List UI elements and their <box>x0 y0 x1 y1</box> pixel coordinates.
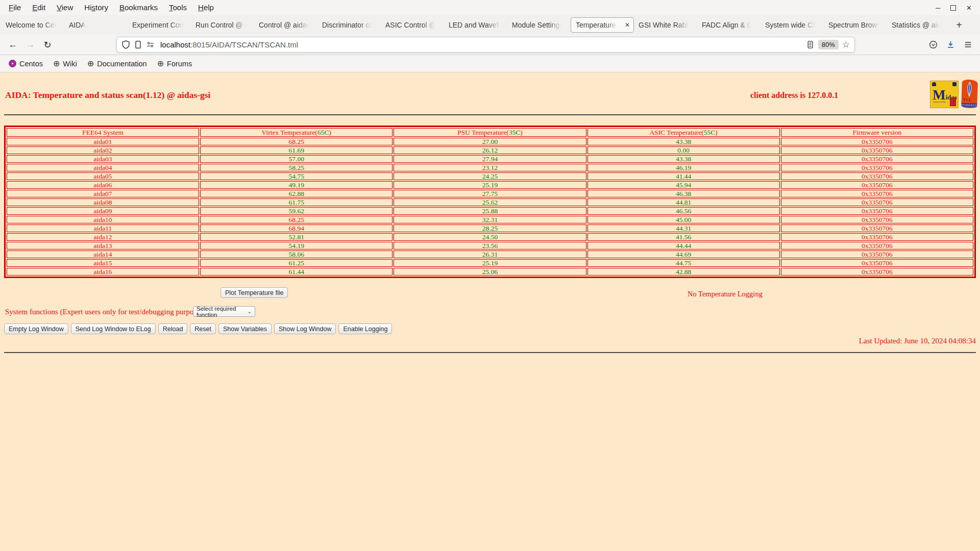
bookmark-documentation[interactable]: ⊕Documentation <box>84 58 151 69</box>
table-cell: 0x3350706 <box>781 164 973 171</box>
page-content: AIDA: Temperature and status scan(1.12) … <box>0 72 980 551</box>
menu-item-file[interactable]: File <box>3 2 27 13</box>
tab-fadc-align-c[interactable]: FADC Align & C <box>697 17 761 33</box>
table-row: aida0168.2527.0043.380x3350706 <box>7 138 973 145</box>
tab-label: GSI White Rabb <box>639 21 690 29</box>
function-select[interactable]: Select required function ⌄ <box>193 306 255 317</box>
table-cell: 49.19 <box>200 181 393 189</box>
maximize-button[interactable] <box>950 5 956 11</box>
tabbar: Welcome to CenAIDAExperiment ContRun Con… <box>0 15 980 35</box>
table-cell: 25.62 <box>394 198 586 206</box>
header-text: ) <box>329 129 331 136</box>
show-log-window-button[interactable]: Show Log Window <box>274 323 336 334</box>
table-cell: 24.25 <box>394 172 586 180</box>
menu-item-view[interactable]: View <box>51 2 79 13</box>
menu-item-tools[interactable]: Tools <box>163 2 192 13</box>
table-cell: 25.88 <box>394 207 586 215</box>
tab-label: Statistics @ aid <box>892 21 941 29</box>
temp-table-header-row: FEE64 SystemVirtex Temperature(65C)PSU T… <box>7 128 973 137</box>
tab-module-settings[interactable]: Module Settings <box>507 17 571 33</box>
site-permissions-icon[interactable] <box>146 40 155 49</box>
table-cell: 0x3350706 <box>781 259 973 267</box>
reload-button[interactable]: Reload <box>158 323 188 334</box>
midas-powered-by-text: powered by <box>934 101 945 103</box>
reload-button[interactable]: ↻ <box>39 39 56 51</box>
header-text: ) <box>520 129 523 136</box>
enable-logging-button[interactable]: Enable Logging <box>338 323 392 334</box>
table-cell: 46.56 <box>587 207 780 215</box>
tab-run-control-a[interactable]: Run Control @ a <box>191 17 254 33</box>
table-cell: aida11 <box>7 224 199 232</box>
table-cell: 0x3350706 <box>781 207 973 215</box>
table-cell: 28.25 <box>394 224 586 232</box>
show-variables-button[interactable]: Show Variables <box>218 323 272 334</box>
midas-logo[interactable]: Midas powered by ∫ <box>930 81 959 108</box>
table-cell: 44.69 <box>587 251 780 258</box>
tab-aida[interactable]: AIDA <box>64 17 128 33</box>
tab-discriminator-co[interactable]: Discriminator co <box>317 17 381 33</box>
tab-asic-control[interactable]: ASIC Control @ <box>381 17 444 33</box>
new-tab-button[interactable]: + <box>950 19 968 31</box>
tab-statistics-aid[interactable]: Statistics @ aid <box>887 17 950 33</box>
tab-label: Discriminator co <box>322 21 373 29</box>
page-icon[interactable] <box>134 40 142 49</box>
tab-close-icon[interactable]: ✕ <box>625 21 630 29</box>
header-text: ) <box>715 129 718 136</box>
tab-system-wide-ch[interactable]: System wide Ch <box>761 17 824 33</box>
column-header: ASIC Temperature(55C) <box>587 128 780 137</box>
midas-logo-ornament <box>952 82 957 86</box>
menu-item-bookmarks[interactable]: Bookmarks <box>114 2 163 13</box>
bookmark-centos[interactable]: Centos <box>5 58 46 69</box>
tab-gsi-white-rabb[interactable]: GSI White Rabb <box>634 17 697 33</box>
tab-strip: Welcome to CenAIDAExperiment ContRun Con… <box>1 15 950 35</box>
header-text: Virtex Temperature( <box>262 129 317 136</box>
temperature-table: FEE64 SystemVirtex Temperature(65C)PSU T… <box>4 126 976 278</box>
tcl-powered-text: POWERED <box>961 103 977 107</box>
tab-temperature-a[interactable]: Temperature a✕ <box>571 17 634 33</box>
column-header: Firmware version <box>781 128 973 137</box>
table-cell: 68.25 <box>200 138 393 145</box>
tab-led-and-wavefo[interactable]: LED and Wavefo <box>444 17 507 33</box>
close-button[interactable]: ✕ <box>966 5 972 11</box>
menu-item-history[interactable]: History <box>79 2 114 13</box>
table-cell: 32.31 <box>394 216 586 223</box>
tab-experiment-cont[interactable]: Experiment Cont <box>128 17 191 33</box>
tcl-powered-logo[interactable]: TCL POWERED <box>961 79 978 108</box>
table-cell: 0x3350706 <box>781 251 973 258</box>
table-row: aida1354.1923.5644.440x3350706 <box>7 242 973 249</box>
send-log-window-to-elog-button[interactable]: Send Log Window to ELog <box>71 323 156 334</box>
menu-item-edit[interactable]: Edit <box>27 2 51 13</box>
shield-icon[interactable] <box>121 40 130 49</box>
bookmark-wiki[interactable]: ⊕Wiki <box>50 58 81 69</box>
tab-welcome-to-cen[interactable]: Welcome to Cen <box>1 17 64 33</box>
bookmark-star-icon[interactable]: ☆ <box>842 39 850 50</box>
pocket-icon[interactable] <box>929 40 938 49</box>
minimize-button[interactable]: ─ <box>936 5 940 11</box>
system-functions-label: System functions (Expert users only for … <box>5 308 213 316</box>
back-button[interactable]: ← <box>4 39 21 50</box>
hamburger-menu-icon[interactable] <box>964 40 972 49</box>
table-cell: 23.56 <box>394 242 586 249</box>
table-cell: 25.19 <box>394 259 586 267</box>
menu-item-help[interactable]: Help <box>192 2 219 13</box>
table-cell: aida04 <box>7 164 199 171</box>
table-row: aida1168.9428.2544.310x3350706 <box>7 224 973 232</box>
column-header: FEE64 System <box>7 128 199 137</box>
reader-mode-icon[interactable] <box>806 40 815 49</box>
page-title: AIDA: Temperature and status scan(1.12) … <box>5 90 210 101</box>
bookmark-forums[interactable]: ⊕Forums <box>154 58 196 69</box>
table-cell: 27.00 <box>394 138 586 145</box>
url-text[interactable]: localhost:8015/AIDA/TSCAN/TSCAN.tml <box>160 40 298 49</box>
tab-control-aidas[interactable]: Control @ aidas <box>254 17 317 33</box>
function-select-value: Select required function <box>197 306 248 318</box>
table-cell: aida05 <box>7 172 199 180</box>
tab-spectrum-brows[interactable]: Spectrum Brows <box>824 17 887 33</box>
download-icon[interactable] <box>946 40 955 49</box>
url-bar[interactable]: localhost:8015/AIDA/TSCAN/TSCAN.tml 80% … <box>116 37 855 53</box>
forward-button[interactable]: → <box>21 39 39 50</box>
zoom-level-badge[interactable]: 80% <box>818 40 839 49</box>
plot-temperature-button[interactable]: Plot Temperature file <box>220 287 288 298</box>
globe-icon: ⊕ <box>87 60 94 67</box>
reset-button[interactable]: Reset <box>190 323 216 334</box>
empty-log-window-button[interactable]: Empty Log Window <box>4 323 68 334</box>
